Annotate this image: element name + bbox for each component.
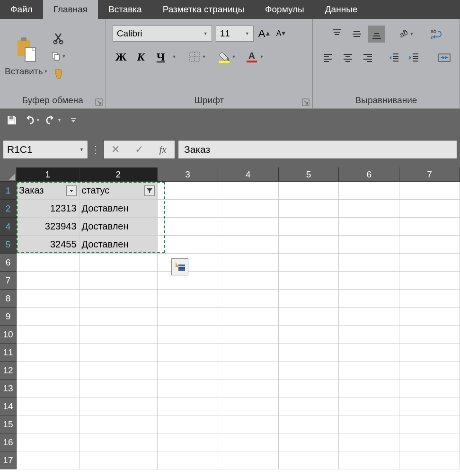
name-box[interactable]: R1C1▼ [3,140,88,159]
accept-formula-button[interactable]: ✓ [132,142,146,157]
cell[interactable] [399,236,460,254]
decrease-indent-button[interactable] [386,49,403,66]
cell[interactable] [158,397,218,415]
cell[interactable] [158,415,218,433]
cell[interactable]: Заказ [17,182,80,200]
font-dialog-launcher[interactable] [302,98,310,106]
cell[interactable] [339,433,399,451]
cell[interactable] [399,361,460,379]
cell[interactable] [80,254,158,272]
cell[interactable] [279,290,339,308]
merge-cells-button[interactable] [436,49,453,66]
cell[interactable] [279,308,339,326]
cell[interactable] [279,433,339,451]
cell[interactable] [399,344,460,361]
qat-customize-button[interactable] [66,113,80,127]
cell[interactable] [80,326,158,344]
borders-button[interactable]: ▼ [187,49,206,64]
column-header[interactable]: 7 [399,167,460,182]
cell[interactable] [218,236,279,254]
clipboard-dialog-launcher[interactable] [95,98,103,106]
cell[interactable] [17,326,80,344]
column-header[interactable]: 3 [158,167,218,182]
row-header[interactable]: 4 [0,218,17,236]
font-color-button[interactable]: A▼ [244,49,264,64]
row-header[interactable]: 7 [0,272,17,290]
column-header[interactable]: 4 [218,167,279,182]
tab-файл[interactable]: Файл [0,0,43,19]
cell[interactable] [218,433,279,451]
increase-indent-button[interactable] [406,49,423,66]
save-button[interactable] [5,113,19,127]
cell[interactable] [218,308,279,326]
cell[interactable] [17,254,80,272]
align-center-button[interactable] [339,49,356,66]
cell[interactable]: статус [80,182,158,200]
cell[interactable] [158,361,218,379]
cell[interactable] [218,344,279,361]
italic-button[interactable]: К [133,48,150,65]
cell[interactable] [339,326,399,344]
cell[interactable]: 32455 [17,236,80,254]
align-right-button[interactable] [359,49,376,66]
cell[interactable] [158,200,218,218]
cell[interactable] [158,433,218,451]
cell[interactable] [399,182,460,200]
cell[interactable] [279,397,339,415]
cell[interactable] [218,397,279,415]
cell[interactable] [17,308,80,326]
column-header[interactable]: 2 [80,167,158,182]
cell[interactable]: 12313 [17,200,80,218]
redo-button[interactable]: ▼ [45,115,62,125]
cell[interactable] [80,308,158,326]
cell[interactable] [279,344,339,361]
cell[interactable] [399,397,460,415]
column-header[interactable]: 5 [279,167,339,182]
align-bottom-button[interactable] [368,26,385,43]
tab-главная[interactable]: Главная [43,0,98,19]
cell[interactable] [279,272,339,290]
row-header[interactable]: 15 [0,415,17,433]
insert-function-button[interactable]: fx [156,142,170,157]
cell[interactable] [218,379,279,397]
cell[interactable] [279,415,339,433]
align-top-button[interactable] [328,26,345,43]
cell[interactable] [339,361,399,379]
cell[interactable] [279,451,339,469]
formula-input[interactable]: Заказ [178,140,457,159]
cell[interactable] [339,344,399,361]
tab-данные[interactable]: Данные [315,0,368,19]
cell[interactable] [80,379,158,397]
cell[interactable] [218,272,279,290]
cell[interactable] [339,182,399,200]
cell[interactable] [399,379,460,397]
increase-font-button[interactable]: A [257,26,271,42]
cell[interactable] [17,290,80,308]
cell[interactable] [158,218,218,236]
cut-button[interactable] [52,31,66,45]
wrap-text-button[interactable]: abc [427,26,444,43]
cell[interactable] [339,308,399,326]
cell[interactable] [399,308,460,326]
cell[interactable] [17,344,80,361]
cell[interactable] [218,451,279,469]
cell[interactable] [279,379,339,397]
cell[interactable] [339,415,399,433]
select-all-corner[interactable] [0,167,17,182]
paste-button[interactable] [12,36,41,64]
row-header[interactable]: 2 [0,200,17,218]
cell[interactable] [399,451,460,469]
cell[interactable] [158,344,218,361]
cell[interactable] [339,290,399,308]
row-header[interactable]: 16 [0,433,17,451]
column-header[interactable]: 6 [339,167,399,182]
row-header[interactable]: 13 [0,379,17,397]
cell[interactable] [80,290,158,308]
cell[interactable] [17,272,80,290]
cell[interactable] [218,182,279,200]
cell[interactable] [399,326,460,344]
underline-button[interactable]: Ч [152,48,169,65]
undo-button[interactable]: ▼ [24,115,40,125]
row-header[interactable]: 10 [0,326,17,344]
cell[interactable] [158,379,218,397]
